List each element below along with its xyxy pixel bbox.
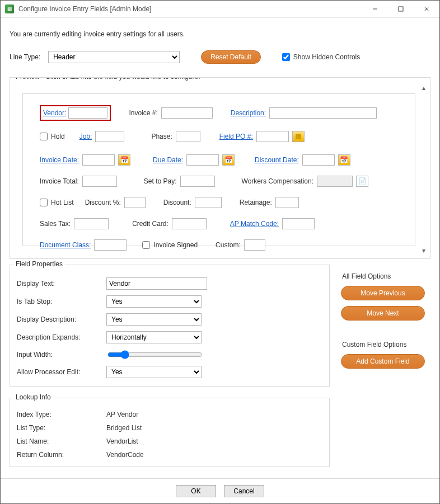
custom-input[interactable] — [244, 239, 265, 251]
svg-line-2 — [424, 7, 429, 11]
credit-card-label: Credit Card: — [132, 220, 168, 228]
show-hidden-input[interactable] — [282, 53, 290, 61]
return-col-row: Return Column: VendorCode — [17, 451, 322, 459]
show-hidden-checkbox[interactable]: Show Hidden Controls — [282, 53, 360, 61]
preview-scrollbar[interactable]: ▴ ▾ — [419, 83, 429, 255]
window-title: Configure Invoice Entry Fields [Admin Mo… — [18, 5, 362, 13]
line-type-select[interactable]: Header — [48, 51, 180, 63]
invoice-date-label[interactable]: Invoice Date: — [40, 156, 79, 164]
field-po-lookup-icon[interactable] — [292, 131, 305, 142]
field-po-input[interactable] — [256, 131, 289, 142]
calendar-icon[interactable]: 📅 — [222, 154, 235, 166]
preview-row: Invoice Total: Set to Pay: Workers Compe… — [40, 176, 404, 187]
add-custom-field-button[interactable]: Add Custom Field — [341, 354, 425, 369]
doc-class-label[interactable]: Document Class: — [40, 241, 91, 249]
window-controls — [362, 1, 439, 17]
scroll-track[interactable] — [419, 92, 428, 246]
list-type-row: List Type: Bridged List — [17, 424, 322, 432]
invoice-date-input[interactable] — [82, 154, 115, 166]
move-previous-button[interactable]: Move Previous — [341, 286, 425, 300]
list-name-value: VendorList — [106, 437, 138, 445]
field-po-label[interactable]: Field PO #: — [219, 133, 253, 140]
custom-label: Custom: — [216, 241, 241, 249]
tab-stop-select[interactable]: Yes — [106, 295, 202, 308]
minimize-button[interactable] — [362, 1, 388, 17]
tab-stop-row: Is Tab Stop: Yes — [17, 295, 322, 308]
due-date-input[interactable] — [186, 154, 219, 166]
credit-card-input[interactable] — [172, 218, 207, 229]
ap-match-input[interactable] — [282, 218, 315, 229]
show-hidden-label: Show Hidden Controls — [293, 53, 360, 61]
ap-match-label[interactable]: AP Match Code: — [230, 220, 279, 228]
phase-input[interactable] — [176, 131, 200, 142]
display-text-row: Display Text: — [17, 277, 322, 290]
reset-default-button[interactable]: Reset Default — [201, 50, 261, 64]
return-col-label: Return Column: — [17, 451, 106, 459]
workers-comp-lookup-icon[interactable]: 📄 — [356, 176, 368, 187]
display-text-label: Display Text: — [17, 280, 106, 288]
job-label[interactable]: Job: — [79, 133, 92, 140]
discount-input[interactable] — [195, 197, 222, 208]
field-properties-group: Field Properties Display Text: Is Tab St… — [10, 265, 330, 387]
content: You are currently editing invoice entry … — [1, 18, 439, 478]
due-date-label[interactable]: Due Date: — [153, 156, 183, 164]
ok-button[interactable]: OK — [176, 485, 216, 497]
field-properties-title: Field Properties — [13, 260, 65, 268]
line-type-label: Line Type: — [10, 53, 40, 61]
close-button[interactable] — [414, 1, 439, 17]
display-desc-row: Display Description: Yes — [17, 313, 322, 326]
scroll-down-icon[interactable]: ▾ — [419, 246, 428, 255]
desc-expands-label: Description Expands: — [17, 333, 106, 341]
workers-comp-input[interactable] — [317, 176, 353, 187]
preview-row: Sales Tax: Credit Card: AP Match Code: — [40, 218, 404, 229]
discount-label: Discount: — [163, 199, 191, 206]
description-input[interactable] — [269, 107, 377, 119]
input-width-slider[interactable] — [107, 350, 203, 359]
preview-row: Invoice Date: 📅 Due Date: 📅 Discount Dat… — [40, 154, 404, 166]
phase-label: Phase: — [151, 133, 172, 140]
retainage-input[interactable] — [275, 197, 299, 208]
vendor-input[interactable] — [68, 107, 107, 119]
preview-row: Hot List Discount %: Discount: Retainage… — [40, 197, 404, 208]
display-text-input[interactable] — [106, 277, 207, 290]
svg-rect-1 — [399, 7, 403, 11]
svg-line-3 — [424, 7, 429, 11]
discount-date-label[interactable]: Discount Date: — [255, 156, 299, 164]
discount-date-input[interactable] — [302, 154, 335, 166]
doc-class-input[interactable] — [94, 239, 127, 251]
move-next-button[interactable]: Move Next — [341, 306, 425, 321]
maximize-button[interactable] — [388, 1, 414, 17]
allow-proc-label: Allow Processor Edit: — [17, 368, 106, 376]
description-label[interactable]: Description: — [231, 109, 266, 117]
display-desc-select[interactable]: Yes — [106, 313, 202, 326]
set-to-pay-input[interactable] — [180, 176, 215, 187]
hold-checkbox[interactable]: Hold — [40, 133, 65, 140]
vendor-label[interactable]: Vendor: — [43, 109, 66, 117]
invoice-no-input[interactable] — [161, 107, 213, 119]
sales-tax-input[interactable] — [74, 218, 109, 229]
index-type-row: Index Type: AP Vendor — [17, 411, 322, 418]
preview-row: Hold Job: Phase: Field PO #: — [40, 131, 404, 142]
cancel-button[interactable]: Cancel — [224, 485, 264, 497]
allow-proc-select[interactable]: Yes — [106, 366, 202, 378]
hot-list-checkbox[interactable]: Hot List — [40, 199, 74, 206]
footer: OK Cancel — [1, 478, 439, 503]
invoice-total-input[interactable] — [82, 176, 117, 187]
custom-field-options-title: Custom Field Options — [342, 341, 430, 348]
allow-proc-row: Allow Processor Edit: Yes — [17, 366, 322, 378]
preview-row: Vendor: Invoice #: Description: — [40, 105, 404, 121]
calendar-icon[interactable]: 📅 — [118, 154, 130, 166]
calendar-icon[interactable]: 📅 — [338, 154, 350, 166]
all-field-options-title: All Field Options — [342, 272, 430, 280]
window: ▦ Configure Invoice Entry Fields [Admin … — [0, 0, 440, 504]
scroll-up-icon[interactable]: ▴ — [419, 83, 428, 92]
retainage-label: Retainage: — [240, 199, 272, 206]
input-width-label: Input Width: — [17, 351, 106, 359]
invoice-signed-checkbox[interactable]: Invoice Signed — [142, 241, 198, 249]
app-icon: ▦ — [5, 4, 14, 13]
index-type-value: AP Vendor — [106, 411, 138, 418]
workers-comp-label: Workers Compensation: — [242, 177, 314, 185]
job-input[interactable] — [95, 131, 124, 142]
desc-expands-select[interactable]: Horizontally — [106, 331, 202, 343]
discount-pct-input[interactable] — [124, 197, 146, 208]
